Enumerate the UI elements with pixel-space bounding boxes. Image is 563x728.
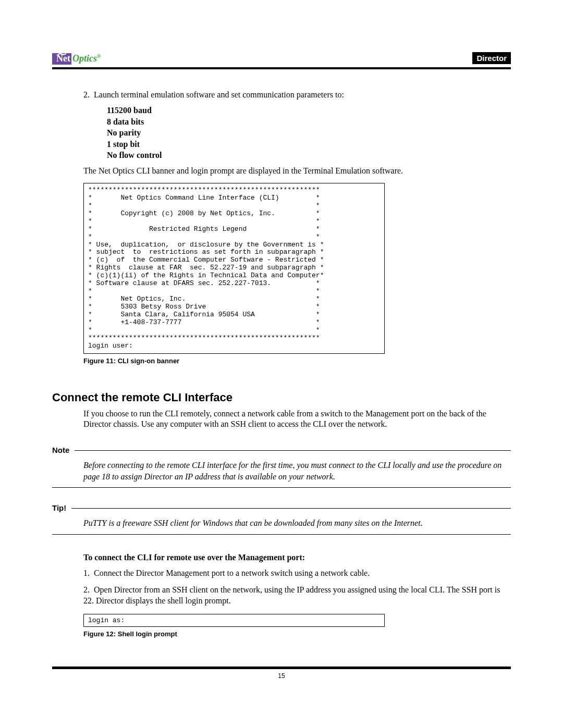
- netoptics-logo: NetOptics® ∼: [52, 53, 101, 64]
- step-2: 2. Launch terminal emulation software an…: [83, 90, 511, 100]
- section-body: If you choose to run the CLI remotely, c…: [83, 409, 511, 430]
- tip-label: Tip!: [52, 503, 66, 512]
- header-rule: [52, 67, 511, 69]
- tip-bottom-rule: [52, 534, 511, 535]
- footer-rule: [52, 667, 511, 669]
- shell-login-terminal: login as:: [83, 614, 385, 627]
- note-heading-row: Note: [52, 430, 511, 454]
- note-text: Before connecting to the remote CLI inte…: [83, 460, 511, 482]
- tip-heading-row: Tip!: [52, 488, 511, 512]
- step-2-after: The Net Optics CLI banner and login prom…: [83, 166, 511, 176]
- remote-subhead: To connect the CLI for remote use over t…: [83, 553, 511, 562]
- figure-11-caption: Figure 11: CLI sign-on banner: [83, 357, 511, 365]
- cli-banner-terminal: ****************************************…: [83, 183, 385, 354]
- page-number: 15: [52, 672, 511, 680]
- figure-12-caption: Figure 12: Shell login prompt: [83, 630, 511, 638]
- note-label: Note: [52, 446, 69, 454]
- tilde-icon: ∼: [56, 46, 68, 62]
- tip-text: PuTTY is a freeware SSH client for Windo…: [83, 517, 511, 529]
- remote-step-1: 1. Connect the Director Management port …: [83, 567, 511, 579]
- comm-params: 115200 baud 8 data bits No parity 1 stop…: [107, 105, 511, 161]
- page-header: NetOptics® ∼ Director: [52, 52, 511, 64]
- section-heading: Connect the remote CLI Interface: [52, 391, 511, 404]
- director-badge: Director: [472, 52, 511, 64]
- remote-step-2: 2. Open Director from an SSH client on t…: [83, 584, 511, 607]
- logo-optics-text: Optics®: [71, 53, 101, 64]
